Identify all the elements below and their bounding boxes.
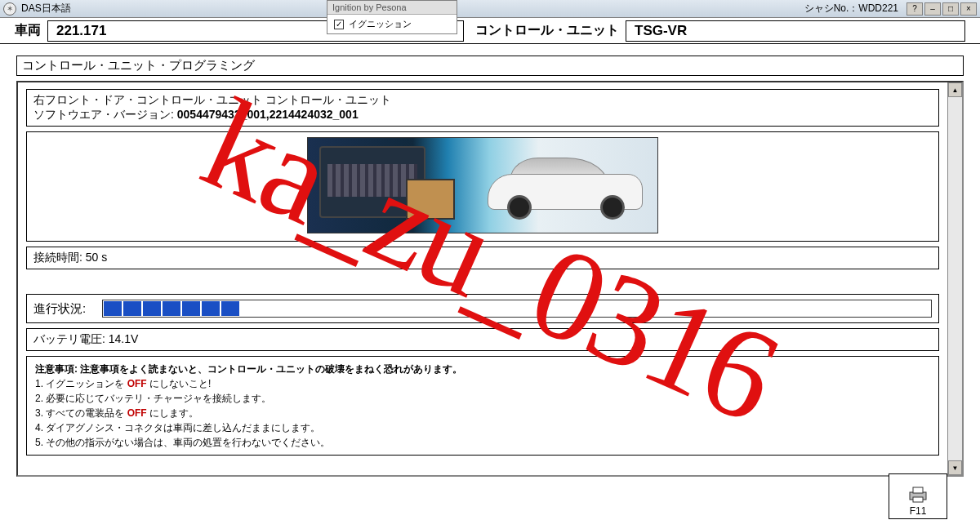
diagnostic-image	[307, 137, 658, 233]
svg-rect-1	[913, 487, 923, 493]
vehicle-label: 車両	[15, 22, 41, 39]
note-line: 1. イグニッションを OFF にしないこと!	[35, 376, 930, 391]
progress-box: 進行状況:	[26, 294, 939, 323]
app-title: DAS日本語	[21, 2, 71, 16]
minimize-button[interactable]: –	[924, 2, 941, 16]
scroll-down-icon[interactable]: ▼	[948, 460, 962, 475]
progress-segment	[182, 301, 200, 316]
ecu-info-box: 右フロント・ドア・コントロール・ユニット コントロール・ユニット ソフトウエア・…	[26, 89, 939, 127]
ecu-label: コントロール・ユニット	[475, 22, 619, 39]
mercedes-logo-icon: ✶	[3, 2, 16, 16]
main-panel: 右フロント・ドア・コントロール・ユニット コントロール・ユニット ソフトウエア・…	[16, 81, 964, 477]
vertical-scrollbar[interactable]: ▲ ▼	[947, 82, 962, 475]
battery-box: バッテリ電圧: 14.1V	[26, 328, 939, 351]
spacer	[26, 274, 939, 289]
popup-header: Ignition by Pesona	[327, 1, 457, 15]
ecu-info-line2: ソフトウエア・バージョン: 0054479432_001,2214424032_…	[33, 108, 932, 122]
notes-title: 注意事項: 注意事項をよく読まないと、コントロール・ユニットの破壊をまねく恐れが…	[35, 362, 930, 376]
ecu-value: TSG-VR	[626, 20, 965, 42]
help-button[interactable]: ?	[906, 2, 923, 16]
maximize-button[interactable]: □	[942, 2, 959, 16]
f11-label: F11	[910, 505, 927, 517]
ecu-info-line1: 右フロント・ドア・コントロール・ユニット コントロール・ユニット	[33, 93, 932, 108]
ignition-checkbox-row[interactable]: ✓ イグニッション	[327, 15, 457, 33]
ignition-label: イグニッション	[349, 18, 412, 30]
connection-time-box: 接続時間: 50 s	[26, 247, 939, 269]
close-button[interactable]: ×	[960, 2, 977, 16]
progress-label: 進行状況:	[33, 301, 86, 317]
f11-print-button[interactable]: F11	[889, 473, 947, 519]
function-key-row: F11	[889, 473, 947, 520]
progress-segment	[221, 301, 239, 316]
note-line: 2. 必要に応じてバッテリ・チャージャを接続します。	[35, 391, 930, 406]
printer-icon	[906, 486, 929, 504]
title-bar: ✶ DAS日本語 シャシNo.：WDD221 ? – □ ×	[0, 0, 980, 18]
note-line: 3. すべての電装品を OFF にします。	[35, 406, 930, 420]
progress-segment	[123, 301, 141, 316]
progress-segment	[202, 301, 220, 316]
scroll-up-icon[interactable]: ▲	[948, 82, 962, 97]
note-line: 4. ダイアグノシス・コネクタは車両に差し込んだままにします。	[35, 420, 930, 435]
progress-bar	[102, 300, 932, 318]
progress-segment	[104, 301, 122, 316]
diagnostic-image-box	[26, 131, 939, 242]
notes-box: 注意事項: 注意事項をよく読まないと、コントロール・ユニットの破壊をまねく恐れが…	[26, 356, 939, 456]
progress-segment	[163, 301, 180, 316]
note-line: 5. その他の指示がない場合は、車両の処置を行わないでください。	[35, 435, 930, 450]
chassis-label: シャシNo.：WDD221	[804, 2, 898, 16]
progress-segment	[143, 301, 161, 316]
svg-rect-2	[913, 497, 923, 502]
ignition-popup: Ignition by Pesona ✓ イグニッション	[327, 0, 457, 34]
checkbox-checked-icon: ✓	[334, 20, 344, 29]
section-title: コントロール・ユニット・プログラミング	[16, 56, 964, 76]
header-row: 車両 221.171 コントロール・ユニット TSG-VR	[0, 18, 980, 44]
